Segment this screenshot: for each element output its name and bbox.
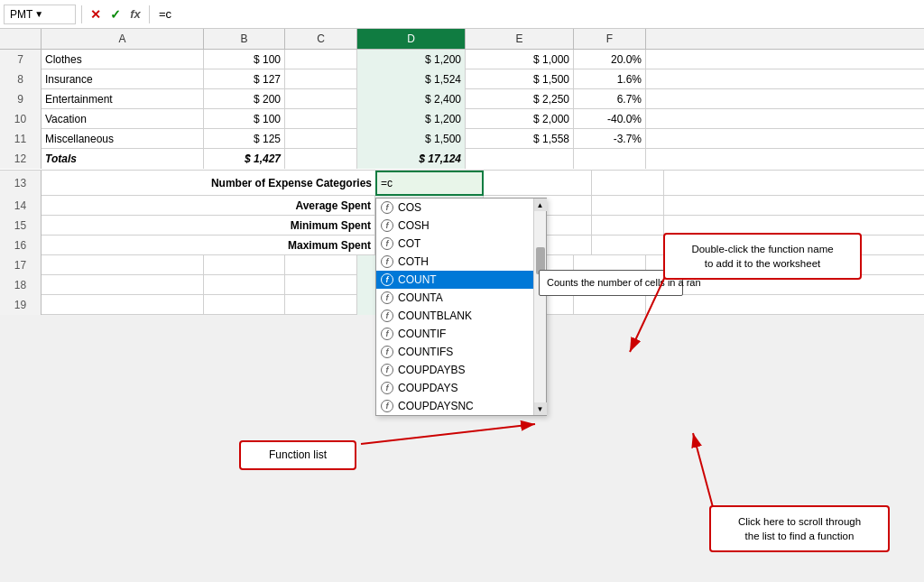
cell-8-a[interactable]: Insurance: [42, 69, 204, 89]
insert-function-icon[interactable]: fx: [127, 7, 143, 21]
autocomplete-item-count[interactable]: fCOUNT: [376, 271, 533, 289]
col-header-d[interactable]: D: [357, 29, 466, 49]
col-header-e[interactable]: E: [466, 29, 574, 49]
cell-12-d[interactable]: $ 17,124: [357, 149, 466, 169]
cell-12-a[interactable]: Totals: [42, 149, 204, 169]
cell-14-f[interactable]: [592, 196, 664, 216]
cell-17-a[interactable]: [42, 255, 204, 275]
name-box-value: PMT: [10, 8, 32, 21]
cell-19-c[interactable]: [285, 295, 357, 315]
cell-11-e[interactable]: $ 1,558: [466, 129, 574, 149]
cell-13-f[interactable]: [592, 171, 664, 196]
cell-18-a[interactable]: [42, 275, 204, 295]
cell-12-f[interactable]: [574, 149, 646, 169]
name-box[interactable]: PMT ▼: [4, 5, 76, 24]
cell-9-c[interactable]: [285, 89, 357, 109]
cell-12-b[interactable]: $ 1,427: [204, 149, 285, 169]
function-icon-cos: f: [380, 200, 394, 215]
scroll-up-button[interactable]: ▲: [534, 199, 547, 211]
cell-7-b[interactable]: $ 100: [204, 50, 285, 69]
row-num-11: 11: [0, 129, 42, 149]
cell-12-e[interactable]: [466, 149, 574, 169]
cell-19-b[interactable]: [204, 295, 285, 315]
autocomplete-item-cot[interactable]: fCOT: [376, 235, 533, 253]
cell-10-c[interactable]: [285, 109, 357, 129]
cell-8-e[interactable]: $ 1,500: [466, 69, 574, 89]
autocomplete-item-coupdays[interactable]: fCOUPDAYS: [376, 379, 533, 397]
row-num-10: 10: [0, 109, 42, 129]
autocomplete-list[interactable]: fCOSfCOSHfCOTfCOTHfCOUNTfCOUNTAfCOUNTBLA…: [376, 199, 533, 415]
function-icon-coth: f: [380, 254, 394, 269]
row-7: 7Clothes$ 100$ 1,200$ 1,00020.0%: [0, 50, 924, 69]
cell-8-c[interactable]: [285, 69, 357, 89]
function-icon-coupdays: f: [380, 381, 394, 395]
cell-8-b[interactable]: $ 127: [204, 69, 285, 89]
function-icon-cosh: f: [380, 218, 394, 233]
cell-13-label: Number of Expense Categories: [42, 171, 375, 196]
cell-7-f[interactable]: 20.0%: [574, 50, 646, 69]
autocomplete-scrollbar[interactable]: ▲ ▼: [533, 199, 546, 415]
function-name-counta: COUNTA: [398, 291, 443, 304]
cell-19-a[interactable]: [42, 295, 204, 315]
cell-12-c[interactable]: [285, 149, 357, 169]
cell-7-e[interactable]: $ 1,000: [466, 50, 574, 69]
autocomplete-item-coupdaysnc[interactable]: fCOUPDAYSNC: [376, 397, 533, 415]
col-header-f[interactable]: F: [574, 29, 646, 49]
cell-19-f[interactable]: [574, 295, 646, 315]
row-num-9: 9: [0, 89, 42, 109]
function-name-cot: COT: [398, 237, 420, 250]
cell-13-d[interactable]: =c fCOSfCOSHfCOTfCOTHfCOUNTfCOUNTAfCOUNT…: [375, 171, 484, 196]
cell-10-b[interactable]: $ 100: [204, 109, 285, 129]
cell-18-c[interactable]: [285, 275, 357, 295]
cell-7-d[interactable]: $ 1,200: [357, 50, 466, 69]
column-headers: A B C D E F: [0, 29, 924, 50]
formula-input[interactable]: [155, 5, 920, 23]
cell-11-f[interactable]: -3.7%: [574, 129, 646, 149]
cell-9-a[interactable]: Entertainment: [42, 89, 204, 109]
autocomplete-dropdown[interactable]: fCOSfCOSHfCOTfCOTHfCOUNTfCOUNTAfCOUNTBLA…: [375, 198, 547, 416]
cell-10-a[interactable]: Vacation: [42, 109, 204, 129]
scroll-down-button[interactable]: ▼: [534, 402, 547, 415]
autocomplete-item-counta[interactable]: fCOUNTA: [376, 289, 533, 307]
autocomplete-item-cos[interactable]: fCOS: [376, 199, 533, 217]
autocomplete-item-countif[interactable]: fCOUNTIF: [376, 325, 533, 343]
autocomplete-item-countblank[interactable]: fCOUNTBLANK: [376, 307, 533, 325]
cell-7-c[interactable]: [285, 50, 357, 69]
cell-11-a[interactable]: Miscellaneous: [42, 129, 204, 149]
cell-17-b[interactable]: [204, 255, 285, 275]
cell-16-f[interactable]: [592, 236, 664, 255]
row-num-19: 19: [0, 295, 42, 315]
autocomplete-item-cosh[interactable]: fCOSH: [376, 217, 533, 235]
cell-10-e[interactable]: $ 2,000: [466, 109, 574, 129]
cancel-icon[interactable]: ✕: [88, 7, 104, 22]
col-header-c[interactable]: C: [285, 29, 357, 49]
autocomplete-item-coth[interactable]: fCOTH: [376, 253, 533, 271]
cell-9-b[interactable]: $ 200: [204, 89, 285, 109]
function-name-countif: COUNTIF: [398, 328, 446, 340]
cell-8-f[interactable]: 1.6%: [574, 69, 646, 89]
callout-double-click: Double-click the function nameto add it …: [663, 233, 862, 280]
cell-17-c[interactable]: [285, 255, 357, 275]
col-header-b[interactable]: B: [204, 29, 285, 49]
cell-9-d[interactable]: $ 2,400: [357, 89, 466, 109]
cell-11-c[interactable]: [285, 129, 357, 149]
cell-15-f[interactable]: [592, 216, 664, 236]
cell-15-label: Minimum Spent: [42, 216, 375, 236]
cell-18-b[interactable]: [204, 275, 285, 295]
col-header-a[interactable]: A: [42, 29, 204, 49]
cell-8-d[interactable]: $ 1,524: [357, 69, 466, 89]
scroll-track: [534, 211, 546, 402]
row-num-15: 15: [0, 216, 42, 236]
function-name-cosh: COSH: [398, 219, 430, 232]
confirm-icon[interactable]: ✓: [107, 7, 124, 22]
cell-10-f[interactable]: -40.0%: [574, 109, 646, 129]
cell-11-d[interactable]: $ 1,500: [357, 129, 466, 149]
cell-9-e[interactable]: $ 2,250: [466, 89, 574, 109]
cell-13-e[interactable]: [484, 171, 592, 196]
cell-10-d[interactable]: $ 1,200: [357, 109, 466, 129]
cell-7-a[interactable]: Clothes: [42, 50, 204, 69]
cell-11-b[interactable]: $ 125: [204, 129, 285, 149]
cell-9-f[interactable]: 6.7%: [574, 89, 646, 109]
autocomplete-item-countifs[interactable]: fCOUNTIFS: [376, 343, 533, 361]
autocomplete-item-coupdaybs[interactable]: fCOUPDAYBS: [376, 361, 533, 379]
